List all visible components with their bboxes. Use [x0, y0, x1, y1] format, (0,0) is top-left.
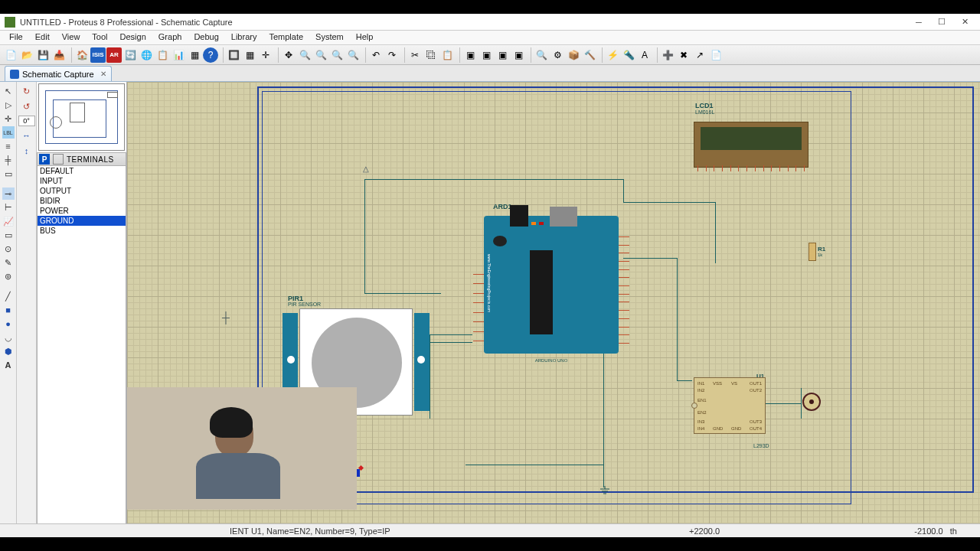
graph-mode-icon[interactable]: 📈 [2, 215, 15, 227]
menu-tool[interactable]: Tool [86, 31, 113, 44]
save-icon[interactable]: 💾 [35, 47, 51, 63]
zoom-in-icon[interactable]: 🔍 [297, 47, 312, 63]
packaging-icon[interactable]: 📦 [566, 47, 581, 63]
zoom-all-icon[interactable]: 🔍 [329, 47, 345, 63]
chart-icon[interactable]: 📊 [171, 47, 186, 63]
close-button[interactable]: ✕ [954, 15, 975, 29]
library-browse-icon[interactable] [53, 154, 64, 165]
probe-icon[interactable]: ✎ [2, 256, 15, 269]
terminal-item-input[interactable]: INPUT [38, 176, 126, 186]
arduino-component[interactable]: www.TheEngineeringProjects.com ARDUINO U… [484, 216, 619, 354]
terminal-item-power[interactable]: POWER [38, 206, 126, 216]
arc-icon[interactable]: ◡ [2, 331, 15, 344]
subcircuit-icon[interactable]: ▭ [2, 168, 15, 180]
menu-graph[interactable]: Graph [152, 31, 188, 44]
zoom-out-icon[interactable]: 🔍 [313, 47, 328, 63]
import-icon[interactable]: 📥 [51, 47, 67, 63]
document-icon[interactable]: 📋 [155, 47, 170, 63]
decompose-icon[interactable]: 🔨 [582, 47, 597, 63]
menu-file[interactable]: File [3, 31, 29, 44]
terminal-item-ground[interactable]: GROUND [38, 216, 126, 226]
resistor-component[interactable] [808, 243, 816, 261]
overview-window[interactable] [38, 83, 125, 151]
lcd-component[interactable] [694, 122, 808, 168]
menu-library[interactable]: Library [225, 31, 263, 44]
menu-system[interactable]: System [309, 31, 350, 44]
terminal-mode-icon[interactable]: ⊸ [2, 187, 15, 200]
block-delete-icon[interactable]: ▣ [511, 47, 526, 63]
box-icon[interactable]: ■ [2, 304, 15, 316]
redraw-icon[interactable]: 🔲 [226, 47, 241, 63]
bom-icon[interactable]: 📄 [708, 47, 724, 63]
copy-icon[interactable]: ⿻ [423, 47, 439, 63]
refresh-icon[interactable]: 🔄 [122, 47, 138, 63]
paste-icon[interactable]: 📋 [439, 47, 455, 63]
block-move-icon[interactable]: ▣ [479, 47, 494, 63]
terminal-item-output[interactable]: OUTPUT [38, 186, 126, 196]
help-icon[interactable]: ? [203, 47, 218, 63]
pan-icon[interactable]: ✥ [281, 47, 296, 63]
zoom-area-icon[interactable]: 🔍 [345, 47, 361, 63]
pick-icon[interactable]: 🔍 [534, 47, 549, 63]
block-rotate-icon[interactable]: ▣ [495, 47, 510, 63]
menu-debug[interactable]: Debug [188, 31, 224, 44]
instrument-icon[interactable]: ⊚ [2, 270, 15, 282]
line-icon[interactable]: ╱ [2, 290, 15, 302]
terminal-item-bus[interactable]: BUS [38, 226, 126, 236]
make-device-icon[interactable]: ⚙ [550, 47, 565, 63]
home-icon[interactable]: 🏠 [74, 47, 90, 63]
layout-icon[interactable]: ▦ [187, 47, 202, 63]
terminal-item-bidir[interactable]: BIDIR [38, 196, 126, 206]
schematic-canvas[interactable]: △ LCD1 LM016L [127, 82, 980, 523]
text-script-icon[interactable]: ≡ [2, 140, 15, 152]
mirror-h-icon[interactable]: ↔ [21, 129, 33, 142]
tab-close-icon[interactable]: ✕ [100, 70, 106, 78]
tape-icon[interactable]: ▭ [2, 229, 15, 241]
ares-icon[interactable]: AR [106, 47, 122, 63]
menu-design[interactable]: Design [114, 31, 152, 44]
rotate-cw-icon[interactable]: ↻ [21, 85, 33, 97]
menu-template[interactable]: Template [263, 31, 309, 44]
menu-view[interactable]: View [56, 31, 87, 44]
rotate-ccw-icon[interactable]: ↺ [21, 100, 33, 112]
text-icon[interactable]: A [2, 359, 15, 371]
ground-symbol[interactable] [599, 486, 611, 498]
mirror-v-icon[interactable]: ↕ [21, 145, 33, 157]
block-copy-icon[interactable]: ▣ [462, 47, 478, 63]
device-pin-icon[interactable]: ⊢ [2, 201, 15, 214]
wire-autoroute-icon[interactable]: ⚡ [605, 47, 620, 63]
exit-sheet-icon[interactable]: ↗ [692, 47, 707, 63]
motor-component[interactable] [802, 393, 821, 411]
grid-icon[interactable]: ▦ [242, 47, 257, 63]
path-icon[interactable]: ⬢ [2, 345, 15, 357]
menu-help[interactable]: Help [350, 31, 380, 44]
delete-sheet-icon[interactable]: ✖ [676, 47, 691, 63]
origin-icon[interactable]: ✛ [258, 47, 273, 63]
redo-icon[interactable]: ↷ [384, 47, 400, 63]
l293d-component[interactable]: IN1 IN2 EN1 EN2 IN3 IN4 OUT1 OUT2 OUT3 O… [694, 377, 766, 434]
wire-label-icon[interactable]: LBL [2, 126, 15, 139]
open-file-icon[interactable]: 📂 [19, 47, 34, 63]
component-mode-icon[interactable]: ▷ [2, 99, 15, 111]
tab-schematic-capture[interactable]: Schematic Capture ✕ [5, 66, 112, 81]
terminal-item-default[interactable]: DEFAULT [38, 166, 126, 176]
search-icon[interactable]: 🔦 [621, 47, 636, 63]
isis-icon[interactable]: ISIS [90, 47, 106, 63]
generator-icon[interactable]: ⊙ [2, 243, 15, 255]
property-icon[interactable]: A [637, 47, 652, 63]
junction-mode-icon[interactable]: ✛ [2, 112, 15, 125]
globe-icon[interactable]: 🌐 [139, 47, 154, 63]
minimize-button[interactable]: ─ [908, 15, 929, 29]
undo-icon[interactable]: ↶ [368, 47, 384, 63]
new-file-icon[interactable]: 📄 [3, 47, 18, 63]
cut-icon[interactable]: ✂ [407, 47, 423, 63]
menu-edit[interactable]: Edit [29, 31, 56, 44]
pick-parts-icon[interactable]: P [39, 154, 50, 165]
terminals-list[interactable]: DEFAULT INPUT OUTPUT BIDIR POWER GROUND … [37, 166, 126, 523]
selection-mode-icon[interactable]: ↖ [2, 85, 15, 97]
new-sheet-icon[interactable]: ➕ [660, 47, 675, 63]
rotation-input[interactable] [18, 116, 35, 126]
bus-mode-icon[interactable]: ╪ [2, 154, 15, 166]
maximize-button[interactable]: ☐ [931, 15, 952, 29]
circle-icon[interactable]: ● [2, 318, 15, 330]
